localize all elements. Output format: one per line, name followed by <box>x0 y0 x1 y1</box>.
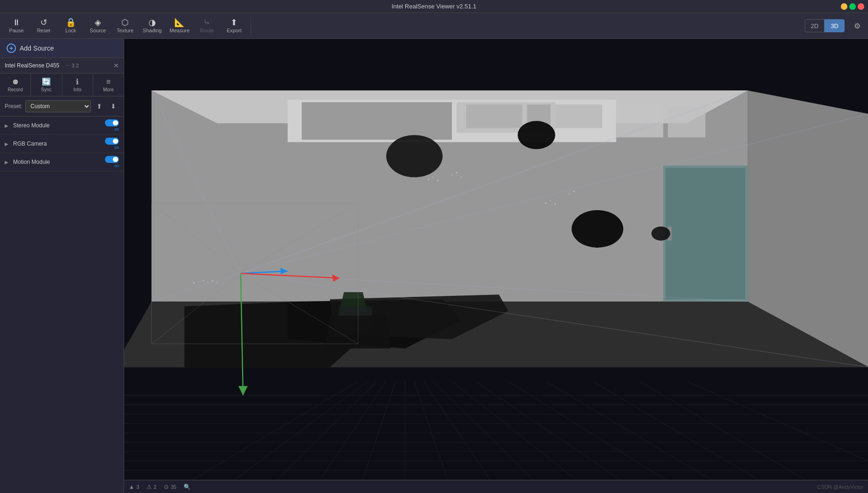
svg-point-82 <box>437 180 438 181</box>
settings-button[interactable]: ⚙ <box>850 19 864 33</box>
motion-module-item: ▶ Motion Module on <box>0 153 124 171</box>
source-label: Source <box>90 28 106 33</box>
rgb-camera-header[interactable]: ▶ RGB Camera on <box>5 138 119 150</box>
shading-button[interactable]: ◑ Shading <box>140 15 165 37</box>
svg-point-81 <box>433 177 434 178</box>
viewport[interactable]: ▲ 3 ⚠ 2 ⊙ 35 🔍 CSDN @AndyVictor <box>124 39 868 493</box>
usb-version: 3.2 <box>72 63 79 68</box>
svg-point-89 <box>569 193 570 194</box>
route-label: Route <box>200 28 214 33</box>
stereo-module-toggle[interactable]: on <box>105 119 119 132</box>
view-2d-button[interactable]: 2D <box>805 19 825 32</box>
lock-icon: 🔒 <box>66 18 76 27</box>
point-icon: ▲ <box>129 484 134 490</box>
toolbar-divider <box>251 17 251 34</box>
svg-point-41 <box>518 121 555 149</box>
record-icon: ⏺ <box>12 78 19 86</box>
svg-point-86 <box>545 202 547 204</box>
stereo-module-header[interactable]: ▶ Stereo Module on <box>5 119 119 132</box>
svg-rect-39 <box>668 107 705 137</box>
minimize-button[interactable] <box>841 3 847 10</box>
search-icon: 🔍 <box>184 484 191 490</box>
export-button[interactable]: ⬆ Export <box>222 15 247 37</box>
view-toggle: 2D 3D <box>805 19 845 32</box>
pause-button[interactable]: ⏸ Pause <box>4 15 29 37</box>
pause-icon: ⏸ <box>12 18 21 27</box>
rgb-camera-toggle[interactable]: on <box>105 138 119 150</box>
reset-label: Reset <box>37 28 51 33</box>
texture-icon: ⬡ <box>121 18 129 27</box>
more-button[interactable]: ≡ More <box>93 74 124 96</box>
info-label: Info <box>74 87 82 92</box>
stereo-toggle-track[interactable] <box>105 119 119 126</box>
svg-point-46 <box>652 227 670 241</box>
status-bar: ▲ 3 ⚠ 2 ⊙ 35 🔍 CSDN @AndyVictor <box>124 480 868 493</box>
preset-select[interactable]: Custom Default Hand HighAccuracy HighDen… <box>25 100 91 112</box>
point-count-status: ▲ 3 <box>129 484 139 490</box>
warning-count: 2 <box>154 484 156 490</box>
sync-icon: 🔄 <box>42 77 51 86</box>
export-icon: ⬆ <box>230 18 237 27</box>
motion-module-header[interactable]: ▶ Motion Module on <box>5 156 119 168</box>
motion-toggle-thumb <box>113 157 118 162</box>
motion-module-name: Motion Module <box>13 159 102 165</box>
svg-rect-38 <box>616 104 663 137</box>
svg-point-75 <box>198 281 199 282</box>
stereo-toggle-thumb <box>113 120 118 125</box>
svg-point-74 <box>193 282 194 284</box>
source-button[interactable]: ◈ Source <box>85 15 111 37</box>
svg-point-76 <box>202 280 204 281</box>
lock-label: Lock <box>65 28 76 33</box>
fps-status: ⊙ 35 <box>164 484 176 490</box>
svg-point-87 <box>550 200 551 201</box>
preset-upload-button[interactable]: ⬆ <box>94 101 105 112</box>
usb-badge: ⋯ 3.2 <box>65 63 79 69</box>
motion-toggle-label: on <box>114 163 119 168</box>
app-container: ⏸ Pause ↺ Reset 🔒 Lock ◈ Source ⬡ Textur… <box>0 13 868 493</box>
left-panel: + Add Source Intel RealSense D455 ⋯ 3.2 … <box>0 39 124 493</box>
sync-button[interactable]: 🔄 Sync <box>31 74 62 96</box>
info-icon: ℹ <box>76 77 79 86</box>
preset-download-button[interactable]: ⬇ <box>108 101 119 112</box>
window-controls <box>841 3 864 10</box>
info-button[interactable]: ℹ Info <box>62 74 93 96</box>
shading-icon: ◑ <box>148 18 156 27</box>
rgb-camera-item: ▶ RGB Camera on <box>0 135 124 153</box>
svg-marker-33 <box>302 102 452 140</box>
usb-icon: ⋯ <box>65 63 70 69</box>
add-source-button[interactable]: + Add Source <box>0 39 124 58</box>
point-count: 3 <box>136 484 139 490</box>
svg-rect-43 <box>666 168 745 300</box>
more-label: More <box>103 87 114 92</box>
maximize-button[interactable] <box>849 3 856 10</box>
motion-module-toggle[interactable]: on <box>105 156 119 168</box>
pause-label: Pause <box>9 28 23 33</box>
svg-rect-35 <box>466 104 522 128</box>
preset-row: Preset: Custom Default Hand HighAccuracy… <box>0 96 124 117</box>
add-source-label: Add Source <box>20 44 54 52</box>
motion-toggle-track[interactable] <box>105 156 119 163</box>
warning-status: ⚠ 2 <box>147 484 156 490</box>
close-device-button[interactable]: ✕ <box>113 62 119 69</box>
device-actions: ⏺ Record 🔄 Sync ℹ Info ≡ More <box>0 74 124 96</box>
record-button[interactable]: ⏺ Record <box>0 74 31 96</box>
sync-label: Sync <box>41 87 52 92</box>
svg-point-88 <box>555 203 556 205</box>
view-3d-button[interactable]: 3D <box>824 19 845 32</box>
lock-button[interactable]: 🔒 Lock <box>58 15 83 37</box>
rgb-chevron-icon: ▶ <box>5 141 10 147</box>
svg-rect-37 <box>555 104 602 128</box>
close-button[interactable] <box>858 3 864 10</box>
texture-button[interactable]: ⬡ Texture <box>112 15 138 37</box>
route-button[interactable]: ⤷ Route <box>194 15 220 37</box>
scene-svg <box>124 39 868 493</box>
more-icon: ≡ <box>106 78 111 86</box>
motion-chevron-icon: ▶ <box>5 160 10 165</box>
svg-point-85 <box>461 177 462 178</box>
rgb-toggle-track[interactable] <box>105 138 119 145</box>
plus-icon: + <box>7 44 16 53</box>
svg-point-90 <box>573 191 575 192</box>
measure-button[interactable]: 📐 Measure <box>167 15 193 37</box>
svg-point-45 <box>571 210 623 248</box>
reset-button[interactable]: ↺ Reset <box>31 15 56 37</box>
